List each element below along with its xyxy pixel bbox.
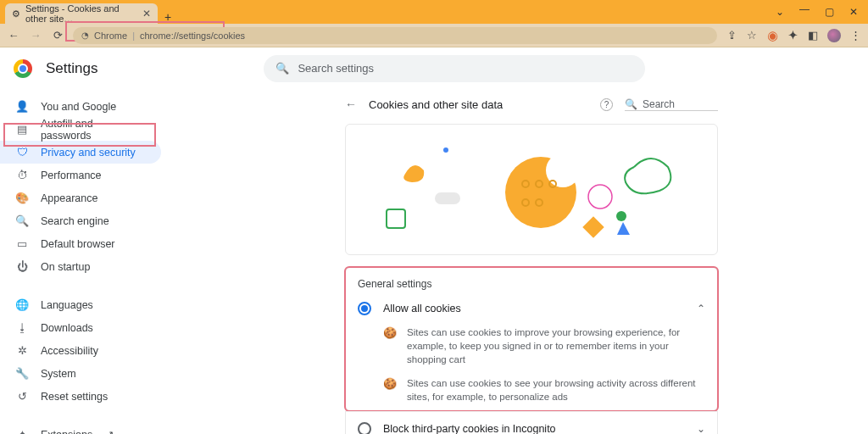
reload-button[interactable]: ⟳ xyxy=(51,29,64,42)
close-window-icon[interactable]: ✕ xyxy=(849,6,858,18)
external-link-icon: ↗ xyxy=(106,429,114,434)
bookmark-icon[interactable]: ☆ xyxy=(746,30,758,42)
new-tab-button[interactable]: + xyxy=(158,10,178,24)
svg-point-7 xyxy=(443,147,448,153)
omnibox[interactable]: ◔ Chrome | chrome://settings/cookies xyxy=(73,27,717,44)
omnibox-scheme: Chrome xyxy=(94,31,127,41)
sidebar-item-downloads[interactable]: ⭳Downloads xyxy=(0,316,161,339)
extensions-icon[interactable]: ✦ xyxy=(787,30,798,42)
radio-selected-icon xyxy=(358,302,371,315)
content-panel: ← Cookies and other site data ? 🔍Search xyxy=(345,90,718,434)
sidepanel-icon[interactable]: ◧ xyxy=(807,30,819,42)
reset-icon: ↺ xyxy=(15,390,29,403)
search-settings-placeholder: Search settings xyxy=(298,62,374,75)
radio-unselected-icon xyxy=(358,422,371,434)
sidebar: 👤You and Google ▤Autofill and passwords … xyxy=(0,90,195,434)
gear-icon: ⚙ xyxy=(12,8,20,19)
sidebar-item-privacy-security[interactable]: 🛡Privacy and security xyxy=(0,141,161,164)
autofill-icon: ▤ xyxy=(15,123,29,136)
cookie-icon: 🍪 xyxy=(383,376,397,403)
accessibility-icon: ✲ xyxy=(15,344,29,357)
back-button[interactable]: ← xyxy=(7,29,20,42)
omnibox-url: chrome://settings/cookies xyxy=(140,31,245,41)
sidebar-item-appearance[interactable]: 🎨Appearance xyxy=(0,186,161,209)
hero-illustration xyxy=(345,124,718,255)
search-settings-input[interactable]: 🔍 Search settings xyxy=(264,55,645,82)
svg-point-1 xyxy=(546,153,580,187)
sidebar-item-accessibility[interactable]: ✲Accessibility xyxy=(0,339,161,362)
svg-point-13 xyxy=(616,211,626,221)
svg-point-10 xyxy=(588,185,612,209)
shield-icon: 🛡 xyxy=(15,146,29,159)
maximize-icon[interactable]: ▢ xyxy=(825,6,834,18)
titlebar: ⚙ Settings - Cookies and other site… ✕ +… xyxy=(0,0,868,24)
svg-marker-12 xyxy=(617,222,630,235)
search-icon: 🔍 xyxy=(275,62,289,75)
person-icon: 👤 xyxy=(15,100,29,113)
profile-avatar[interactable] xyxy=(827,29,841,42)
power-icon: ⏻ xyxy=(15,260,29,273)
menu-icon[interactable]: ⋮ xyxy=(849,30,861,42)
sidebar-item-system[interactable]: 🔧System xyxy=(0,362,161,385)
sidebar-item-default-browser[interactable]: ▭Default browser xyxy=(0,232,161,255)
chevron-down-icon[interactable]: ⌄ xyxy=(776,6,784,18)
sidebar-item-performance[interactable]: ⏱Performance xyxy=(0,164,161,186)
wrench-icon: 🔧 xyxy=(15,367,29,380)
page-title: Cookies and other site data xyxy=(369,98,503,111)
browser-icon: ▭ xyxy=(15,237,29,250)
sidebar-item-autofill[interactable]: ▤Autofill and passwords xyxy=(0,118,161,141)
appearance-icon: 🎨 xyxy=(15,192,29,204)
toolbar: ← → ⟳ ◔ Chrome | chrome://settings/cooki… xyxy=(0,24,868,47)
minimize-icon[interactable]: — xyxy=(799,3,810,15)
settings-header: Settings 🔍 Search settings xyxy=(0,47,868,90)
sidebar-item-languages[interactable]: 🌐Languages xyxy=(0,293,161,316)
cookie-description-1: 🍪 Sites can use cookies to improve your … xyxy=(346,322,717,373)
tab-title: Settings - Cookies and other site… xyxy=(25,3,137,24)
cookie-description-2: 🍪 Sites can use cookies to see your brow… xyxy=(346,373,717,410)
option-block-3p-incognito[interactable]: Block third-party cookies in Incognito ⌄ xyxy=(346,411,717,434)
site-info-icon[interactable]: ◔ xyxy=(81,31,89,40)
forward-button[interactable]: → xyxy=(29,29,42,42)
general-settings-heading: General settings xyxy=(346,268,717,295)
help-icon[interactable]: ? xyxy=(600,98,613,111)
sidebar-item-extensions[interactable]: ✦Extensions↗ xyxy=(0,423,161,434)
chevron-down-icon[interactable]: ⌄ xyxy=(697,423,705,434)
chevron-up-icon[interactable]: ⌃ xyxy=(697,303,705,314)
back-arrow-button[interactable]: ← xyxy=(345,97,357,111)
globe-icon: 🌐 xyxy=(15,298,29,311)
sidebar-item-reset[interactable]: ↺Reset settings xyxy=(0,385,161,408)
svg-rect-9 xyxy=(435,192,460,204)
sidebar-item-search-engine[interactable]: 🔍Search engine xyxy=(0,209,161,232)
svg-rect-11 xyxy=(582,216,604,237)
sidebar-item-you-and-google[interactable]: 👤You and Google xyxy=(0,95,161,118)
extension-color-icon[interactable]: ◉ xyxy=(766,30,778,42)
performance-icon: ⏱ xyxy=(15,169,29,181)
extension-icon: ✦ xyxy=(15,428,29,434)
settings-title: Settings xyxy=(46,60,97,77)
page-search-input[interactable]: 🔍Search xyxy=(625,98,718,111)
chrome-logo-icon xyxy=(14,59,32,78)
download-icon: ⭳ xyxy=(15,321,29,334)
cookie-icon: 🍪 xyxy=(383,326,397,366)
general-settings-card: General settings Allow all cookies ⌃ 🍪 S… xyxy=(345,267,718,411)
browser-tab[interactable]: ⚙ Settings - Cookies and other site… ✕ xyxy=(5,3,158,24)
option-allow-all-cookies[interactable]: Allow all cookies ⌃ xyxy=(346,295,717,322)
search-icon: 🔍 xyxy=(15,214,29,227)
share-icon[interactable]: ⇪ xyxy=(726,30,737,42)
svg-rect-8 xyxy=(387,209,405,228)
close-tab-icon[interactable]: ✕ xyxy=(142,8,151,19)
search-icon: 🔍 xyxy=(625,98,637,110)
sidebar-item-on-startup[interactable]: ⏻On startup xyxy=(0,255,161,278)
